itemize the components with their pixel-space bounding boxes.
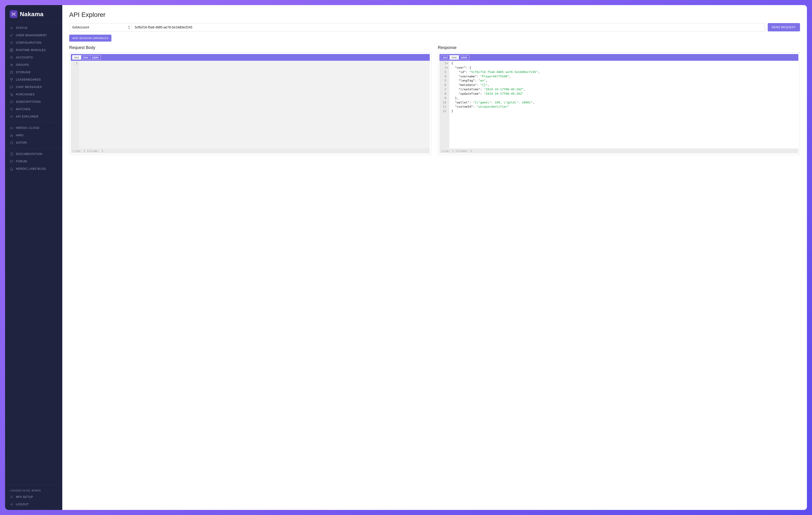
sidebar-item-logout[interactable]: Logout (5, 501, 62, 508)
cart-icon (10, 92, 13, 96)
logged-in-label: Logged in as: admin (5, 487, 62, 493)
response-code[interactable]: { "user": { "id": "5cf6cf16-f5a6-4885-ae… (450, 61, 799, 148)
request-status: Line: 1 Column: 1 (71, 148, 430, 153)
sidebar-item-user-management[interactable]: User Management (5, 32, 62, 39)
sidebar-item-chat-messages[interactable]: Chat Messages (5, 83, 62, 91)
sidebar-item-hiro[interactable]: Hiro (5, 132, 62, 139)
svg-point-3 (14, 15, 16, 16)
svg-point-19 (10, 108, 12, 110)
svg-point-21 (12, 136, 13, 136)
bell-icon (10, 167, 13, 171)
people-icon (10, 63, 13, 67)
satori-icon (10, 141, 13, 144)
nav-section-main: Status User Management Configuration Run… (5, 22, 62, 122)
sidebar-item-api-explorer[interactable]: API Explorer (5, 113, 62, 120)
sidebar-item-label: Logout (16, 503, 29, 506)
sidebar-item-storage[interactable]: Storage (5, 69, 62, 76)
sidebar-item-label: Heroic Cloud (16, 126, 39, 130)
brand-name: Nakama (20, 10, 44, 18)
document-icon (10, 152, 13, 156)
svg-rect-9 (10, 50, 11, 52)
chat-icon (10, 85, 13, 89)
tab-text[interactable]: text (441, 55, 450, 60)
svg-rect-17 (10, 101, 13, 103)
panels: Request Body text tree table 1 Line: 1 C… (69, 45, 800, 155)
request-editor-tabs: text tree table (71, 54, 430, 61)
sidebar-item-label: Groups (16, 63, 29, 66)
response-title: Response (438, 45, 800, 50)
endpoint-select[interactable]: GetAccount (69, 23, 132, 31)
request-editor: text tree table 1 Line: 1 Column: 1 (69, 52, 431, 155)
forum-icon (10, 160, 13, 163)
gear-icon (10, 495, 13, 499)
sidebar-item-satori[interactable]: Satori (5, 139, 62, 146)
sidebar-item-label: Chat Messages (16, 85, 42, 89)
response-editor: text tree table 1▾ 2▾ 3 4 5 6 7 8 9 10 1… (438, 52, 800, 155)
svg-point-20 (10, 136, 11, 136)
subscription-icon (10, 100, 13, 104)
sidebar-item-label: Subscriptions (16, 100, 41, 104)
sidebar-item-label: Matches (16, 108, 30, 111)
add-session-variables-button[interactable]: Add Session Variables (69, 35, 111, 42)
response-editor-tabs: text tree table (439, 54, 799, 61)
gear-icon (10, 41, 13, 45)
sidebar-item-label: MFA Setup (16, 495, 33, 498)
sidebar-item-label: Hiro (16, 134, 24, 137)
svg-rect-10 (12, 50, 13, 52)
sidebar-item-label: Satori (16, 141, 27, 144)
tab-table[interactable]: table (90, 55, 100, 60)
sidebar-item-documentation[interactable]: Documentation (5, 150, 62, 158)
sidebar-item-leaderboards[interactable]: Leaderboards (5, 76, 62, 83)
brand-logo-icon (10, 10, 18, 18)
trophy-icon (10, 78, 13, 82)
svg-point-5 (10, 35, 11, 36)
request-code[interactable] (79, 61, 430, 148)
tab-text[interactable]: text (72, 55, 81, 60)
page-title: API Explorer (69, 11, 800, 19)
user-id-input[interactable] (132, 23, 765, 31)
sidebar-item-status[interactable]: Status (5, 24, 62, 32)
activity-icon (10, 26, 13, 30)
svg-point-13 (12, 64, 13, 65)
svg-rect-8 (12, 49, 13, 50)
app-window: Nakama Status User Management Configurat… (5, 5, 807, 510)
sidebar-item-configuration[interactable]: Configuration (5, 39, 62, 47)
sidebar-item-groups[interactable]: Groups (5, 61, 62, 69)
sidebar-item-heroic-cloud[interactable]: Heroic Cloud (5, 124, 62, 132)
response-panel: Response text tree table 1▾ 2▾ 3 4 5 6 7… (438, 45, 800, 155)
sidebar-item-label: Status (16, 26, 27, 30)
cloud-icon (10, 126, 13, 130)
sidebar-item-subscriptions[interactable]: Subscriptions (5, 98, 62, 106)
request-title: Request Body (69, 45, 431, 50)
nav-section-account: Logged in as: admin MFA Setup Logout (5, 485, 62, 510)
sidebar-item-label: Forum (16, 160, 27, 163)
sidebar-item-blog[interactable]: Heroic Labs Blog (5, 165, 62, 172)
sidebar-item-forum[interactable]: Forum (5, 158, 62, 165)
tab-tree[interactable]: tree (81, 55, 90, 60)
sidebar-item-label: Leaderboards (16, 78, 41, 81)
svg-point-11 (11, 56, 12, 57)
svg-point-23 (11, 496, 12, 497)
sidebar-item-mfa-setup[interactable]: MFA Setup (5, 493, 62, 501)
svg-point-0 (12, 13, 13, 13)
sidebar-item-runtime-modules[interactable]: Runtime Modules (5, 47, 62, 54)
hiro-icon (10, 134, 13, 137)
tab-table[interactable]: table (459, 55, 469, 60)
send-request-button[interactable]: Send Request (768, 23, 800, 31)
svg-point-15 (11, 96, 11, 96)
sidebar-item-matches[interactable]: Matches (5, 106, 62, 113)
tab-tree[interactable]: tree (450, 55, 459, 60)
sidebar-item-label: Documentation (16, 153, 42, 156)
key-icon (10, 33, 13, 37)
request-editor-body[interactable]: 1 (71, 61, 430, 148)
response-status: Line: 1 Column: 1 (439, 148, 799, 153)
nav-section-links: Documentation Forum Heroic Labs Blog (5, 148, 62, 174)
storage-icon (10, 71, 13, 74)
add-vars-row: Add Session Variables (69, 35, 800, 42)
sidebar-item-accounts[interactable]: Accounts (5, 54, 62, 61)
svg-point-1 (14, 13, 16, 13)
sidebar-item-purchases[interactable]: Purchases (5, 91, 62, 98)
response-editor-body[interactable]: 1▾ 2▾ 3 4 5 6 7 8 9 10 11 12 { "user": {… (439, 61, 799, 148)
response-gutter: 1▾ 2▾ 3 4 5 6 7 8 9 10 11 12 (439, 61, 450, 148)
svg-point-4 (13, 13, 14, 15)
